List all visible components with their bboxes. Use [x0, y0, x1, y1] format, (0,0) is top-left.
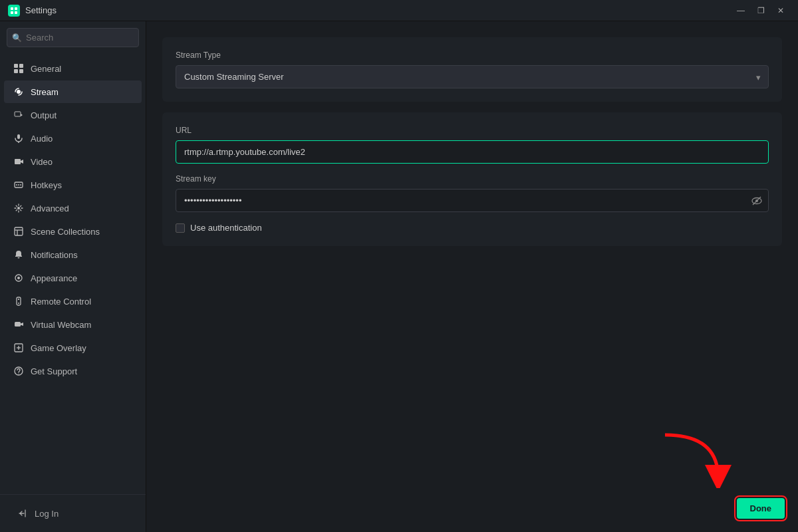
sidebar: 🔍 General Stream [0, 21, 146, 532]
support-icon [13, 366, 24, 376]
sidebar-item-output[interactable]: Output [4, 104, 142, 126]
sidebar-label-audio: Audio [31, 134, 53, 144]
notifications-icon [13, 249, 24, 260]
sidebar-item-scene-collections[interactable]: Scene Collections [4, 220, 142, 243]
sidebar-item-notifications[interactable]: Notifications [4, 243, 142, 266]
svg-rect-27 [15, 322, 21, 327]
advanced-icon [13, 203, 24, 213]
use-auth-label[interactable]: Use authentication [190, 223, 262, 233]
done-button[interactable]: Done [737, 498, 785, 519]
appearance-icon [13, 273, 24, 283]
sidebar-label-stream: Stream [31, 87, 59, 97]
svg-rect-23 [17, 297, 21, 305]
sidebar-item-audio[interactable]: Audio [4, 127, 142, 150]
search-wrapper: 🔍 [7, 28, 139, 47]
svg-rect-6 [14, 69, 18, 73]
svg-point-24 [18, 303, 19, 304]
stream-type-select[interactable]: Custom Streaming Server Twitch YouTube F… [176, 65, 769, 88]
remote-icon [13, 296, 24, 307]
red-arrow [652, 428, 732, 488]
sidebar-label-notifications: Notifications [31, 250, 78, 260]
audio-icon [13, 133, 24, 144]
svg-rect-18 [15, 227, 23, 235]
use-auth-checkbox[interactable] [176, 223, 185, 233]
sidebar-label-login: Log In [35, 509, 59, 519]
svg-rect-12 [15, 159, 21, 164]
sidebar-label-advanced: Advanced [31, 203, 69, 213]
password-toggle-button[interactable] [751, 196, 762, 206]
sidebar-label-appearance: Appearance [31, 273, 77, 283]
maximize-button[interactable]: ❐ [751, 1, 770, 20]
sidebar-item-game-overlay[interactable]: Game Overlay [4, 336, 142, 359]
window-title: Settings [25, 5, 57, 15]
use-auth-row: Use authentication [176, 223, 769, 233]
title-bar-left: Settings [8, 5, 57, 17]
video-icon [13, 156, 24, 167]
sidebar-item-stream[interactable]: Stream [4, 80, 142, 103]
url-input[interactable] [176, 140, 769, 164]
stream-type-dropdown-wrapper: Custom Streaming Server Twitch YouTube F… [176, 65, 769, 88]
svg-rect-3 [15, 11, 17, 14]
title-bar: Settings — ❐ ✕ [0, 0, 798, 21]
done-area: Done [737, 498, 785, 519]
sidebar-label-virtual-webcam: Virtual Webcam [31, 320, 91, 330]
stream-settings-card: URL Stream key Use authentication [162, 112, 782, 246]
sidebar-item-appearance[interactable]: Appearance [4, 267, 142, 289]
svg-rect-2 [11, 11, 13, 14]
sidebar-label-video: Video [31, 157, 53, 167]
sidebar-label-scene-collections: Scene Collections [31, 227, 100, 237]
sidebar-item-virtual-webcam[interactable]: Virtual Webcam [4, 313, 142, 336]
sidebar-label-output: Output [31, 110, 57, 120]
search-container: 🔍 [0, 21, 146, 54]
hotkeys-icon [13, 180, 24, 190]
svg-rect-5 [19, 64, 23, 68]
svg-rect-10 [17, 134, 20, 139]
svg-point-8 [17, 90, 21, 94]
sidebar-nav: General Stream Output Audi [0, 54, 146, 494]
scene-icon [13, 226, 24, 237]
main-layout: 🔍 General Stream [0, 21, 798, 532]
svg-point-22 [17, 277, 20, 279]
svg-rect-9 [15, 112, 21, 116]
sidebar-bottom: Log In [0, 494, 146, 532]
sidebar-label-game-overlay: Game Overlay [31, 343, 86, 353]
url-label: URL [176, 126, 769, 135]
sidebar-label-hotkeys: Hotkeys [31, 180, 62, 190]
sidebar-item-advanced[interactable]: Advanced [4, 197, 142, 219]
svg-rect-4 [14, 64, 18, 68]
output-icon [13, 110, 24, 120]
sidebar-label-general: General [31, 64, 61, 74]
grid-icon [13, 63, 24, 74]
sidebar-item-general[interactable]: General [4, 57, 142, 80]
sidebar-item-get-support[interactable]: Get Support [4, 360, 142, 382]
close-button[interactable]: ✕ [771, 1, 790, 20]
stream-key-wrapper [176, 189, 769, 212]
stream-type-label: Stream Type [176, 51, 769, 60]
svg-point-32 [19, 374, 19, 374]
login-icon [17, 508, 28, 519]
svg-point-17 [17, 207, 20, 209]
stream-type-card: Stream Type Custom Streaming Server Twit… [162, 37, 782, 102]
sidebar-item-hotkeys[interactable]: Hotkeys [4, 174, 142, 196]
sidebar-item-remote-control[interactable]: Remote Control [4, 290, 142, 313]
content-area: Stream Type Custom Streaming Server Twit… [146, 21, 798, 532]
svg-rect-1 [15, 7, 17, 10]
search-input[interactable] [7, 28, 139, 47]
overlay-icon [13, 342, 24, 353]
sidebar-item-video[interactable]: Video [4, 150, 142, 173]
sidebar-label-remote-control: Remote Control [31, 297, 91, 307]
svg-rect-0 [11, 7, 13, 10]
stream-key-label: Stream key [176, 174, 769, 184]
webcam-icon [13, 319, 24, 330]
app-icon [8, 5, 20, 17]
sidebar-label-get-support: Get Support [31, 366, 77, 376]
window-controls: — ❐ ✕ [732, 1, 790, 20]
sidebar-item-login[interactable]: Log In [8, 502, 138, 525]
stream-icon [13, 86, 24, 97]
svg-rect-7 [19, 69, 23, 73]
stream-key-input[interactable] [176, 189, 769, 212]
minimize-button[interactable]: — [732, 1, 750, 20]
